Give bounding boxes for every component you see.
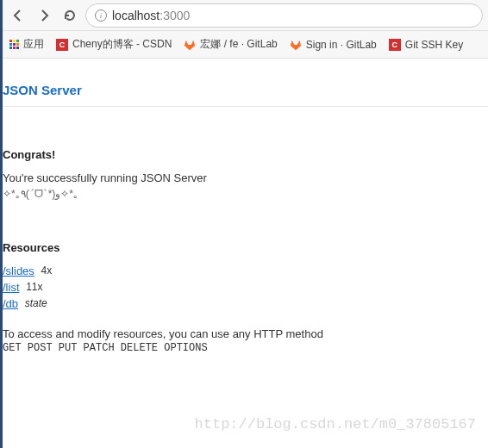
back-button[interactable] (8, 5, 28, 26)
resource-count: 4x (41, 264, 52, 277)
resource-link-list[interactable]: /list (3, 281, 20, 294)
resource-count: state (25, 297, 47, 309)
reload-button[interactable] (59, 5, 80, 26)
watermark: http://blog.csdn.net/m0_37805167 (195, 416, 476, 432)
resource-link-slides[interactable]: /slides (3, 264, 34, 277)
browser-toolbar: i localhost:3000 (3, 0, 488, 31)
resource-link-db[interactable]: /db (3, 297, 18, 310)
bookmark-item-gitlab-fe[interactable]: 宏娜 / fe · GitLab (184, 37, 277, 52)
resource-row: /slides 4x (3, 264, 488, 277)
info-icon[interactable]: i (95, 9, 107, 22)
gitlab-icon (290, 39, 302, 51)
resource-row: /list 11x (3, 281, 488, 294)
address-bar[interactable]: i localhost:3000 (85, 3, 483, 28)
csdn-icon: C (56, 39, 68, 51)
bookmark-item-csdn[interactable]: C Cheny的博客 - CSDN (56, 37, 172, 52)
kaomoji: ✧*｡٩(ˊᗜˋ*)و✧*｡ (3, 188, 488, 200)
apps-button[interactable]: 应用 (9, 37, 44, 52)
bookmark-label: 宏娜 / fe · GitLab (200, 37, 277, 52)
url-text: localhost:3000 (112, 9, 190, 22)
page-content: JSON Server Congrats! You're successfull… (3, 59, 488, 354)
access-note: To access and modify resources, you can … (3, 327, 488, 340)
csdn-icon: C (389, 39, 401, 51)
resource-count: 11x (26, 281, 42, 293)
forward-button[interactable] (34, 5, 54, 26)
resource-row: /db state (3, 297, 488, 310)
bookmark-label: Sign in · GitLab (306, 39, 377, 51)
bookmark-label: Git SSH Key (405, 39, 463, 51)
bookmark-item-git-ssh[interactable]: C Git SSH Key (389, 39, 463, 51)
resources-heading: Resources (3, 241, 488, 254)
bookmark-item-gitlab-signin[interactable]: Sign in · GitLab (290, 39, 377, 51)
congrats-heading: Congrats! (3, 148, 488, 161)
congrats-message: You're successfully running JSON Server (3, 171, 488, 184)
apps-label: 应用 (23, 37, 44, 52)
http-methods: GET POST PUT PATCH DELETE OPTIONS (3, 342, 488, 354)
bookmarks-bar: 应用 C Cheny的博客 - CSDN 宏娜 / fe · GitLab Si… (3, 31, 488, 59)
gitlab-icon (184, 39, 196, 51)
bookmark-label: Cheny的博客 - CSDN (72, 37, 172, 52)
page-title: JSON Server (3, 59, 488, 107)
apps-icon (9, 40, 19, 49)
